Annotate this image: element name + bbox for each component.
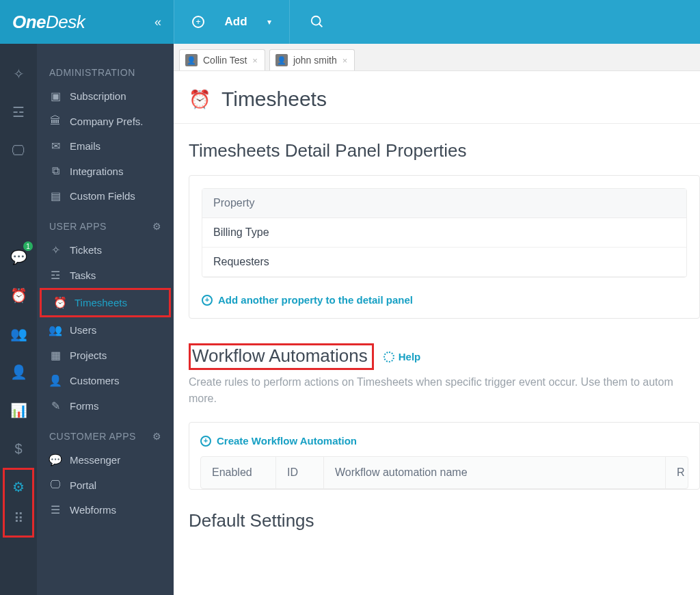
avatar-icon: 👤 [275, 54, 288, 66]
col-r: R [666, 457, 688, 488]
col-name: Workflow automation name [324, 457, 666, 488]
rail-badge: 1 [23, 241, 33, 251]
gear-icon[interactable]: ⚙ [152, 431, 162, 442]
sidebar-item-company-prefs[interactable]: 🏛Company Prefs. [37, 109, 174, 133]
add-label: Add [224, 15, 247, 29]
logo: OneDesk [12, 12, 85, 33]
sidebar-item-portal[interactable]: 🖵Portal [37, 473, 174, 497]
avatar-icon: 👤 [185, 54, 198, 66]
help-icon [383, 352, 394, 362]
subscription-icon: ▣ [49, 90, 62, 103]
col-enabled: Enabled [201, 457, 276, 488]
sidebar-item-custom-fields[interactable]: ▤Custom Fields [37, 183, 174, 209]
tab-bar: 👤 Collin Test × 👤 john smith × [174, 44, 700, 71]
rail-tickets-icon[interactable]: ✧ [5, 61, 31, 87]
sidebar-item-users[interactable]: 👥Users [37, 317, 174, 343]
add-property-button[interactable]: + Add another property to the detail pan… [202, 294, 413, 306]
sidebar-item-projects[interactable]: ▦Projects [37, 343, 174, 368]
logo-light: Desk [46, 12, 85, 32]
svg-line-1 [319, 24, 323, 27]
fields-icon: ▤ [49, 189, 62, 202]
page-title-row: ⏰ Timesheets [189, 79, 700, 123]
rail-tasks-icon[interactable]: ☲ [5, 99, 31, 125]
monitor-icon: 🖵 [49, 479, 62, 491]
properties-panel: Property Billing Type Requesters + Add a… [189, 175, 700, 319]
workflow-table-header: Enabled ID Workflow automation name R [200, 456, 688, 489]
rail-chat-icon[interactable]: 💬1 [5, 244, 31, 270]
tab-label: Collin Test [203, 55, 247, 66]
sidebar-item-webforms[interactable]: ☰Webforms [37, 497, 174, 523]
close-icon[interactable]: × [342, 55, 348, 66]
customers-icon: 👤 [49, 374, 62, 387]
tab-john[interactable]: 👤 john smith × [269, 49, 355, 70]
plus-circle-icon: + [200, 436, 211, 447]
webforms-icon: ☰ [49, 503, 62, 516]
rail-grid-icon[interactable]: ⠿ [5, 505, 31, 531]
properties-table-wrapper: Property Billing Type Requesters [202, 188, 687, 278]
plus-circle-icon: + [202, 295, 213, 306]
rail-presentation-icon[interactable]: 🖵 [5, 137, 31, 163]
sidebar-item-forms[interactable]: ✎Forms [37, 393, 174, 419]
sidebar: ADMINISTRATION ▣Subscription 🏛Company Pr… [37, 0, 174, 595]
workflow-description: Create rules to perform actions on Times… [189, 374, 700, 407]
default-settings-heading: Default Settings [189, 510, 700, 531]
col-property: Property [202, 189, 686, 218]
tab-collin[interactable]: 👤 Collin Test × [179, 49, 265, 70]
tasks-icon: ☲ [49, 269, 62, 282]
add-property-row: + Add another property to the detail pan… [189, 290, 699, 318]
sidebar-item-tickets[interactable]: ✧Tickets [37, 237, 174, 263]
page-title: Timesheets [221, 88, 327, 111]
properties-table: Property Billing Type Requesters [202, 189, 686, 277]
chevron-down-icon: ▾ [267, 17, 271, 27]
rail-users-money-icon[interactable]: 👥 [5, 321, 31, 347]
create-workflow-button[interactable]: + Create Workflow Automation [200, 435, 357, 447]
workflow-automations-heading: Workflow Automations [192, 345, 368, 367]
sidebar-item-customers[interactable]: 👤Customers [37, 368, 174, 393]
table-row[interactable]: Requesters [202, 248, 686, 277]
building-icon: 🏛 [49, 115, 62, 127]
brand-area: OneDesk « [0, 0, 174, 44]
content: ⏰ Timesheets Timesheets Detail Panel Pro… [174, 71, 700, 531]
search-button[interactable] [290, 14, 345, 29]
sidebar-heading-user: USER APPS⚙ [37, 209, 174, 237]
rail-dollar-icon[interactable]: $ [5, 436, 31, 462]
add-button[interactable]: + Add ▾ [174, 0, 290, 44]
sidebar-item-emails[interactable]: ✉Emails [37, 133, 174, 159]
rail-analytics-icon[interactable]: 📊 [5, 397, 31, 423]
plus-circle-icon: + [192, 16, 204, 28]
sidebar-item-subscription[interactable]: ▣Subscription [37, 83, 174, 109]
logo-bold: One [12, 12, 46, 32]
sidebar-highlight-box: ⏰Timesheets [40, 288, 171, 317]
alarm-icon: ⏰ [189, 89, 211, 110]
sidebar-item-timesheets[interactable]: ⏰Timesheets [42, 290, 169, 315]
collapse-sidebar-icon[interactable]: « [154, 15, 161, 29]
help-link[interactable]: Help [383, 351, 421, 362]
tab-label: john smith [293, 55, 337, 66]
svg-point-0 [312, 16, 321, 25]
rail-alarm-icon[interactable]: ⏰ [5, 282, 31, 308]
gear-icon[interactable]: ⚙ [152, 221, 162, 232]
rail-highlight-box: ⚙ ⠿ [3, 468, 34, 538]
forms-icon: ✎ [49, 399, 62, 412]
sidebar-heading-admin: ADMINISTRATION [37, 55, 174, 83]
envelope-icon: ✉ [49, 140, 62, 153]
detail-panel-heading: Timesheets Detail Panel Properties [189, 140, 700, 161]
sidebar-heading-customer: CUSTOMER APPS⚙ [37, 419, 174, 447]
sidebar-item-messenger[interactable]: 💬Messenger [37, 447, 174, 473]
col-id: ID [276, 457, 324, 488]
users-icon: 👥 [49, 323, 62, 336]
close-icon[interactable]: × [252, 55, 258, 66]
sidebar-item-integrations[interactable]: ⧉Integrations [37, 159, 174, 183]
rail-settings-icon[interactable]: ⚙ [5, 474, 31, 500]
workflow-heading-row: Workflow Automations Help [189, 343, 700, 370]
messenger-icon: 💬 [49, 453, 62, 466]
sidebar-item-tasks[interactable]: ☲Tasks [37, 263, 174, 288]
table-row[interactable]: Billing Type [202, 218, 686, 248]
icon-rail: ✧ ☲ 🖵 💬1 ⏰ 👥 👤 📊 $ ⚙ ⠿ [0, 0, 37, 595]
alarm-icon: ⏰ [54, 296, 66, 309]
divider [174, 123, 700, 124]
search-icon [310, 14, 325, 29]
ticket-icon: ✧ [49, 243, 62, 256]
workflow-panel: + Create Workflow Automation Enabled ID … [189, 422, 700, 490]
rail-people-icon[interactable]: 👤 [5, 359, 31, 385]
